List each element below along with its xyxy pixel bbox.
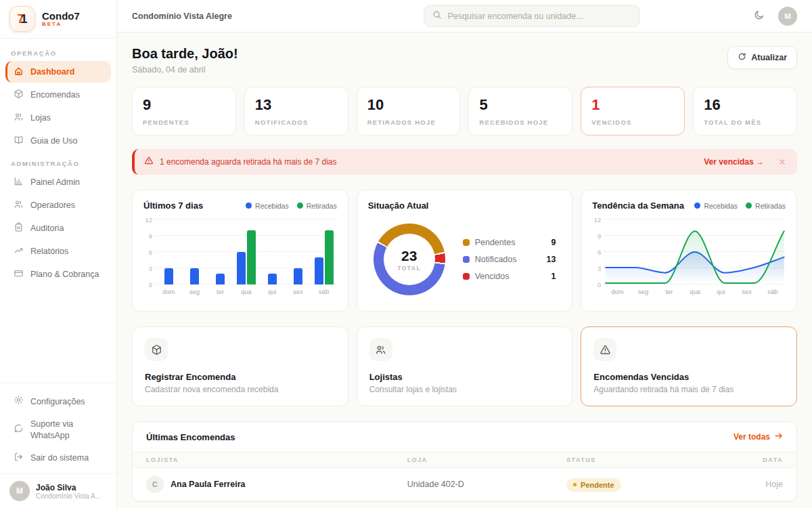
legend-value: 1 bbox=[551, 272, 556, 281]
column-header-data: DATA bbox=[694, 457, 783, 463]
legend-dot-recebidas bbox=[694, 203, 700, 209]
logout-icon bbox=[14, 452, 24, 465]
action-title: Lojistas bbox=[369, 372, 560, 382]
warning-icon bbox=[144, 156, 154, 168]
overdue-alert-banner: 1 encomenda aguarda retirada há mais de … bbox=[132, 149, 797, 175]
sidebar: 71 Condo7 BETA OPERAÇÃO Dashboard Encome… bbox=[0, 0, 117, 508]
y-axis: 036912 bbox=[592, 219, 604, 284]
stat-card-notificados[interactable]: 13NOTIFICADOS bbox=[244, 87, 348, 135]
main-area: Condomínio Vista Alegre M Boa tarde, Joã… bbox=[117, 0, 812, 508]
legend-label: Retiradas bbox=[755, 202, 786, 210]
action-subtitle: Consultar lojas e lojistas bbox=[369, 385, 560, 394]
line-chart-card: Tendência da Semana Recebidas Retiradas … bbox=[581, 190, 797, 312]
chat-bubble-icon bbox=[14, 423, 24, 436]
view-all-link[interactable]: Ver todas bbox=[734, 431, 783, 442]
action-title: Encomendas Vencidas bbox=[593, 372, 784, 382]
arrow-right-icon bbox=[774, 431, 783, 442]
sidebar-item-painel-admin[interactable]: Painel Admin bbox=[5, 171, 111, 193]
moon-icon bbox=[754, 9, 765, 22]
table-column-headers: LOJISTA LOJA STATUS DATA bbox=[133, 452, 796, 468]
charts-row: Últimos 7 dias Recebidas Retiradas 03691… bbox=[132, 190, 797, 312]
table-title: Últimas Encomendas bbox=[146, 432, 235, 442]
sidebar-item-label: Operadores bbox=[30, 200, 75, 210]
stat-label: NOTIFICADOS bbox=[255, 119, 338, 126]
stat-value: 16 bbox=[704, 96, 786, 114]
row-date: Hoje bbox=[694, 480, 783, 489]
stat-card-total-mes[interactable]: 16TOTAL DO MÊS bbox=[693, 87, 797, 135]
sidebar-item-lojas[interactable]: Lojas bbox=[5, 107, 111, 129]
column-header-status: STATUS bbox=[566, 457, 694, 463]
sidebar-item-label: Plano & Cobrança bbox=[30, 270, 99, 279]
sidebar-item-label: Suporte via WhatsApp bbox=[30, 419, 91, 441]
legend-label: Notificados bbox=[475, 255, 517, 264]
sidebar-item-label: Guia de Uso bbox=[30, 136, 77, 146]
sidebar-item-operadores[interactable]: Operadores bbox=[5, 194, 111, 216]
search-box[interactable] bbox=[424, 5, 640, 27]
status-label: Pendente bbox=[581, 481, 614, 489]
trending-up-icon bbox=[14, 245, 24, 257]
stat-card-retirados-hoje[interactable]: 10RETIRADOS HOJE bbox=[357, 87, 461, 135]
sidebar-footer: Configurações Suporte via WhatsApp Sair … bbox=[0, 383, 116, 473]
sidebar-item-dashboard[interactable]: Dashboard bbox=[5, 61, 111, 83]
stat-value: 5 bbox=[479, 96, 562, 114]
brand: 71 Condo7 BETA bbox=[0, 0, 116, 39]
stat-value: 13 bbox=[255, 96, 338, 114]
sidebar-item-sair[interactable]: Sair do sistema bbox=[5, 447, 111, 469]
credit-card-icon bbox=[14, 268, 24, 280]
donut-total-label: TOTAL bbox=[397, 265, 421, 272]
sidebar-item-auditoria[interactable]: Auditoria bbox=[5, 217, 111, 239]
donut-chart: 23 TOTAL bbox=[374, 224, 445, 295]
close-icon[interactable] bbox=[777, 156, 788, 167]
sidebar-item-suporte-whatsapp[interactable]: Suporte via WhatsApp bbox=[5, 414, 97, 446]
stats-row: 9PENDENTES 13NOTIFICADOS 10RETIRADOS HOJ… bbox=[132, 87, 797, 135]
bar-plot bbox=[156, 219, 337, 284]
user-avatar: M bbox=[9, 481, 30, 501]
stat-value: 10 bbox=[367, 96, 450, 114]
sidebar-nav: OPERAÇÃO Dashboard Encomendas Lojas Guia… bbox=[0, 39, 116, 287]
package-icon bbox=[14, 89, 24, 101]
row-name: Ana Paula Ferreira bbox=[171, 480, 245, 489]
action-card-registrar-encomenda[interactable]: Registrar Encomenda Cadastrar nova encom… bbox=[132, 326, 348, 406]
section-label-operacao: OPERAÇÃO bbox=[0, 43, 116, 60]
user-subtitle: Condomínio Vista Alegre bbox=[36, 492, 102, 500]
sidebar-user[interactable]: M João Silva Condomínio Vista Alegre bbox=[0, 473, 116, 508]
sidebar-item-label: Encomendas bbox=[30, 90, 80, 100]
sidebar-spacer bbox=[0, 287, 116, 383]
stat-card-recebidos-hoje[interactable]: 5RECEBIDOS HOJE bbox=[468, 87, 572, 135]
chart-title: Últimos 7 dias bbox=[143, 200, 203, 211]
view-overdue-link[interactable]: Ver vencidas → bbox=[704, 157, 764, 167]
header-avatar[interactable]: M bbox=[778, 7, 797, 26]
user-name: João Silva bbox=[36, 483, 102, 492]
latest-packages-table: Últimas Encomendas Ver todas LOJISTA LOJ… bbox=[132, 421, 797, 502]
column-header-loja: LOJA bbox=[407, 457, 566, 463]
sidebar-item-label: Sair do sistema bbox=[30, 452, 89, 463]
logo-1: 1 bbox=[20, 12, 28, 26]
sidebar-item-encomendas[interactable]: Encomendas bbox=[5, 84, 111, 106]
stat-card-pendentes[interactable]: 9PENDENTES bbox=[132, 87, 236, 135]
legend-label: Vencidos bbox=[475, 272, 510, 281]
chart-legend: Recebidas Retiradas bbox=[246, 202, 337, 210]
search-input[interactable] bbox=[447, 12, 631, 21]
stat-card-vencidos[interactable]: 1VENCIDOS bbox=[581, 87, 685, 135]
sidebar-item-plano-cobranca[interactable]: Plano & Cobrança bbox=[5, 263, 111, 285]
legend-value: 9 bbox=[551, 238, 556, 247]
y-axis: 036912 bbox=[143, 219, 156, 284]
dashboard-content: Boa tarde, João! Sábado, 04 de abril Atu… bbox=[117, 33, 812, 508]
x-axis: domsegterquaquisexsáb bbox=[604, 288, 786, 295]
beta-badge: BETA bbox=[42, 21, 80, 27]
topbar: Condomínio Vista Alegre M bbox=[117, 0, 812, 33]
sidebar-item-guia-de-uso[interactable]: Guia de Uso bbox=[5, 130, 111, 152]
badge-dot bbox=[573, 483, 577, 486]
action-card-lojistas[interactable]: Lojistas Consultar lojas e lojistas bbox=[357, 326, 573, 406]
dark-mode-toggle[interactable] bbox=[751, 7, 767, 25]
legend-label: Recebidas bbox=[704, 202, 738, 210]
sidebar-item-label: Relatórios bbox=[30, 247, 68, 256]
action-subtitle: Cadastrar nova encomenda recebida bbox=[145, 385, 336, 394]
sidebar-item-relatorios[interactable]: Relatórios bbox=[5, 240, 111, 262]
sidebar-item-configuracoes[interactable]: Configurações bbox=[5, 390, 111, 412]
table-row[interactable]: C Ana Paula Ferreira Unidade 402-D Pende… bbox=[133, 468, 796, 501]
action-card-encomendas-vencidas[interactable]: Encomendas Vencidas Aguardando retirada … bbox=[581, 326, 797, 406]
legend-dot-retiradas bbox=[297, 203, 303, 209]
refresh-button[interactable]: Atualizar bbox=[727, 46, 797, 69]
sidebar-item-label: Dashboard bbox=[30, 67, 74, 77]
